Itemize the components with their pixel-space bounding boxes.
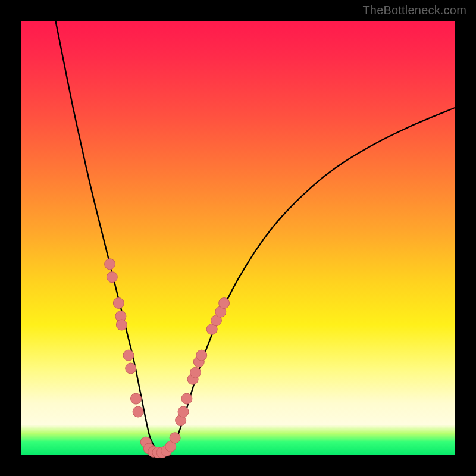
data-marker bbox=[190, 367, 201, 378]
data-marker bbox=[219, 298, 230, 309]
data-marker bbox=[123, 350, 134, 361]
marker-group bbox=[105, 259, 230, 458]
data-marker bbox=[116, 320, 127, 330]
data-marker bbox=[126, 363, 136, 374]
data-marker bbox=[196, 350, 207, 361]
bottleneck-curve bbox=[55, 21, 455, 455]
data-marker bbox=[178, 406, 189, 417]
data-marker bbox=[181, 393, 192, 404]
watermark-text: TheBottleneck.com bbox=[362, 4, 466, 17]
data-marker bbox=[131, 393, 142, 404]
data-marker bbox=[113, 298, 124, 309]
data-marker bbox=[105, 259, 115, 270]
data-marker bbox=[133, 406, 143, 417]
data-marker bbox=[170, 433, 180, 443]
curve-layer bbox=[21, 21, 455, 455]
chart-frame: TheBottleneck.com bbox=[0, 0, 476, 476]
data-marker bbox=[107, 272, 117, 283]
plot-area bbox=[21, 21, 455, 455]
